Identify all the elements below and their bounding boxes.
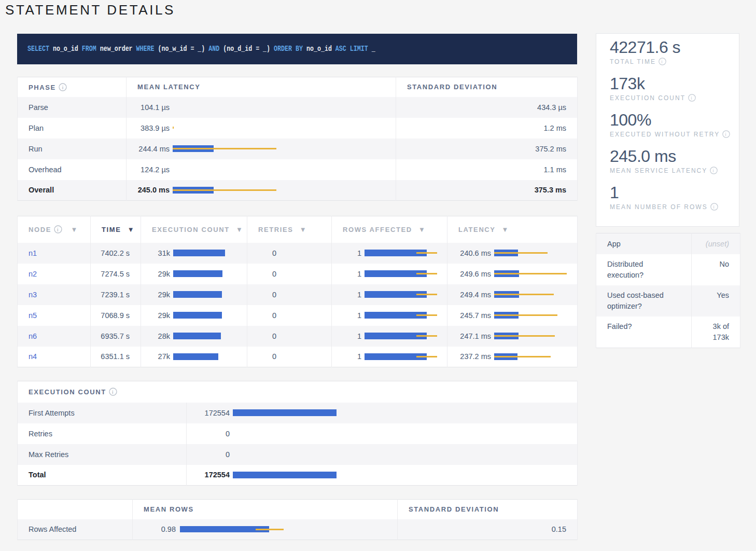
svg-text:i: i: [725, 132, 727, 137]
svg-text:i: i: [713, 168, 715, 173]
svg-text:i: i: [713, 204, 716, 210]
svg-text:i: i: [662, 59, 664, 64]
svg-text:i: i: [691, 95, 693, 101]
svg-text:i: i: [112, 390, 114, 395]
svg-text:i: i: [62, 85, 64, 90]
svg-text:i: i: [57, 227, 59, 232]
